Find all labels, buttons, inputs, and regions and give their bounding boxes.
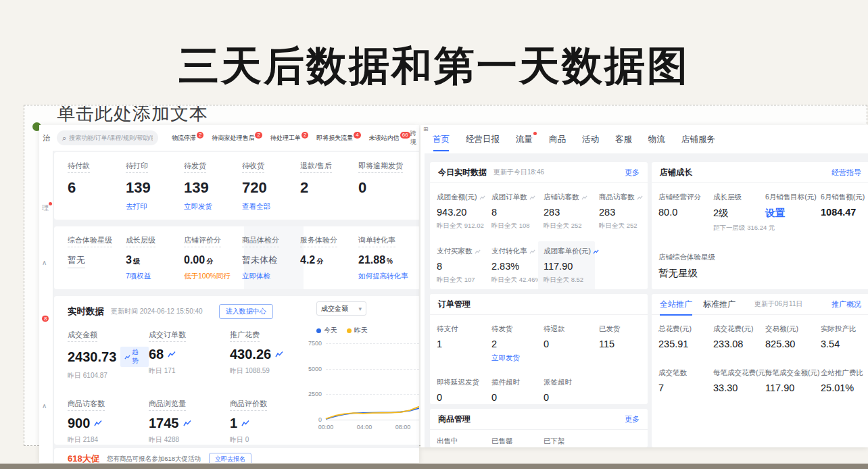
metric-label: 成长层级 bbox=[713, 193, 742, 202]
search-placeholder: 搜索功能/订单/课程/规则/帮助/服务 bbox=[69, 134, 153, 143]
chart-line-icon[interactable] bbox=[183, 420, 191, 427]
metric-label: 成交订单数 bbox=[149, 330, 186, 342]
metric-action-link[interactable]: 立即发货 bbox=[184, 202, 212, 212]
rail-item[interactable]: ∧ bbox=[42, 402, 47, 410]
trend-badge-label: 趋势 bbox=[132, 348, 145, 366]
metric: 商品访客数 283 昨日全天 252 bbox=[599, 193, 648, 230]
metric-value: 900 bbox=[68, 416, 90, 431]
metric-label: 每笔成交金额(元) bbox=[765, 368, 820, 378]
promo-button[interactable]: 立即去报名 bbox=[209, 453, 251, 463]
metric-action-link[interactable]: 低于100%同行 bbox=[184, 272, 231, 281]
metric-action-link[interactable]: 立即发货 bbox=[491, 353, 520, 363]
chart-legend: 今天昨天 bbox=[316, 326, 368, 335]
more-link[interactable]: 更多 bbox=[625, 168, 640, 178]
promotion-tab[interactable]: 标准推广 bbox=[703, 299, 736, 310]
data-center-button[interactable]: 进入数据中心 bbox=[219, 304, 273, 319]
metric: 交易额(元) 825.30 bbox=[765, 324, 821, 349]
nav-tab[interactable]: 流量 bbox=[516, 134, 533, 145]
legend-dot bbox=[316, 328, 321, 333]
metric-label: 商品浏览量 bbox=[149, 399, 186, 411]
metric-action-link[interactable]: 7项权益 bbox=[126, 272, 151, 281]
order-management-card: 订单管理 待支付 1 待发货 2 立即发货 待退款 0 bbox=[430, 294, 648, 404]
todo-card: 待付款 6 待打印 139 去打印 待发货 139 立即发货 待收货 720 查… bbox=[54, 152, 419, 220]
metric-value-row: 4.2分 bbox=[300, 254, 323, 266]
legend-item[interactable]: 今天 bbox=[316, 326, 337, 335]
chart-line-icon[interactable] bbox=[637, 195, 643, 201]
card-header: 商品管理 更多 bbox=[430, 409, 648, 430]
guide-link[interactable]: 经营指导 bbox=[831, 168, 861, 178]
metric-action-link[interactable]: 立即体检 bbox=[242, 272, 270, 281]
chart-line-icon[interactable] bbox=[241, 420, 249, 427]
nav-tab[interactable]: 店铺服务 bbox=[681, 134, 715, 145]
legend-item[interactable]: 昨天 bbox=[347, 326, 368, 335]
metric-value: 115 bbox=[599, 339, 614, 349]
realtime-metric: 商品评价数 1 昨日 0 bbox=[230, 399, 308, 445]
metric-label-text: 店铺访客数 bbox=[544, 193, 579, 202]
more-link[interactable]: 更多 bbox=[625, 414, 640, 424]
topbar-alert-item[interactable]: 未读站内信66 bbox=[369, 134, 410, 143]
metric-label: 每笔成交花费(元) bbox=[713, 368, 768, 378]
nav-tab-label: 活动 bbox=[582, 134, 599, 144]
metric-label: 出售中 bbox=[437, 437, 458, 446]
topbar-alert-item[interactable]: 待商家处理售后2 bbox=[212, 134, 262, 143]
metric-yesterday: 昨日 0 bbox=[230, 435, 249, 445]
metric-value-row: 1745 bbox=[149, 416, 191, 431]
metric-label: 支付转化率 bbox=[491, 247, 535, 256]
rail-item[interactable]: ∧ bbox=[42, 259, 47, 266]
card-title: 实时数据 bbox=[68, 305, 104, 318]
y-tick-label: 2500 bbox=[303, 391, 322, 397]
metric-label: 店铺访客数 bbox=[544, 193, 587, 202]
nav-tab[interactable]: 客服 bbox=[615, 134, 632, 145]
metric-select[interactable]: 成交金额 ▾ bbox=[316, 301, 366, 316]
chart-line-icon[interactable] bbox=[168, 351, 176, 358]
metric-label: 已下架 bbox=[544, 437, 565, 446]
todo-metric: 待发货 139 立即发货 bbox=[184, 161, 242, 220]
metric-yesterday: 昨日 1088.59 bbox=[230, 366, 270, 376]
metric-value: 235.91 bbox=[658, 339, 688, 349]
metric-value: 233.08 bbox=[713, 339, 743, 349]
shop-growth-card: 店铺成长 经营指导 店铺经营评分 80.0 成长层级 2级 距下一层级 316.… bbox=[652, 162, 868, 289]
window-icon: ⊞ bbox=[423, 126, 429, 132]
chart-line-icon[interactable] bbox=[94, 420, 102, 427]
nav-tab[interactable]: 经营日报 bbox=[466, 134, 500, 145]
nav-tab[interactable]: 首页 bbox=[433, 134, 450, 145]
chart-line-icon[interactable] bbox=[581, 195, 587, 201]
legend-label: 昨天 bbox=[354, 326, 368, 335]
card-title: 商品管理 bbox=[438, 414, 471, 425]
rail-item[interactable]: 8 bbox=[42, 314, 49, 322]
alert-label: 即将损失流量 bbox=[316, 134, 353, 141]
chart-line-icon[interactable] bbox=[593, 249, 599, 255]
promotion-tab[interactable]: 全站推广 bbox=[660, 299, 692, 310]
metric-value-row: 21.88% bbox=[358, 254, 393, 266]
metric-value: 430.26 bbox=[230, 347, 271, 362]
topbar-alert-item[interactable]: 待处理工单2 bbox=[270, 134, 308, 143]
notification-dot bbox=[49, 202, 52, 205]
metric-action-link[interactable]: 如何提高转化率 bbox=[358, 272, 408, 281]
metric-value: 0 bbox=[437, 392, 442, 403]
topbar-alert-item[interactable]: 物流停滞2 bbox=[172, 134, 203, 143]
chart-line-icon[interactable] bbox=[479, 195, 485, 201]
metric-value: 2 bbox=[491, 339, 497, 349]
rail-item[interactable]: 理 bbox=[42, 203, 49, 213]
trend-badge[interactable]: 趋势 bbox=[120, 347, 149, 367]
nav-tab[interactable]: 商品 bbox=[549, 134, 566, 145]
growth-row1: 店铺经营评分 80.0 成长层级 2级 距下一层级 316.24 元 6月销售目… bbox=[652, 193, 868, 232]
metric-value-row: 1 bbox=[230, 416, 249, 431]
notification-dot bbox=[533, 132, 537, 135]
chart-line-icon[interactable] bbox=[475, 249, 481, 255]
nav-tab[interactable]: 活动 bbox=[582, 134, 599, 145]
metric-value-row: 0.00分 bbox=[184, 254, 213, 266]
chart-line-icon[interactable] bbox=[529, 249, 535, 255]
chart-line-icon[interactable] bbox=[275, 351, 283, 358]
select-value: 成交金额 bbox=[321, 304, 348, 314]
nav-tab[interactable]: 物流 bbox=[648, 134, 665, 145]
metric-label: 已发货 bbox=[599, 324, 621, 334]
metric-action-link[interactable]: 查看全部 bbox=[242, 202, 270, 212]
metric-action-link[interactable]: 去打印 bbox=[126, 202, 147, 212]
promotion-overview-link[interactable]: 推广概况 bbox=[831, 299, 861, 310]
metric: 待支付 1 bbox=[437, 324, 491, 363]
metric-value: 117.90 bbox=[765, 382, 794, 393]
search-input[interactable]: ⌕ 搜索功能/订单/课程/规则/帮助/服务 bbox=[57, 130, 158, 145]
chart-line-icon[interactable] bbox=[529, 195, 535, 201]
topbar-alert-item[interactable]: 即将损失流量4 bbox=[316, 134, 360, 143]
